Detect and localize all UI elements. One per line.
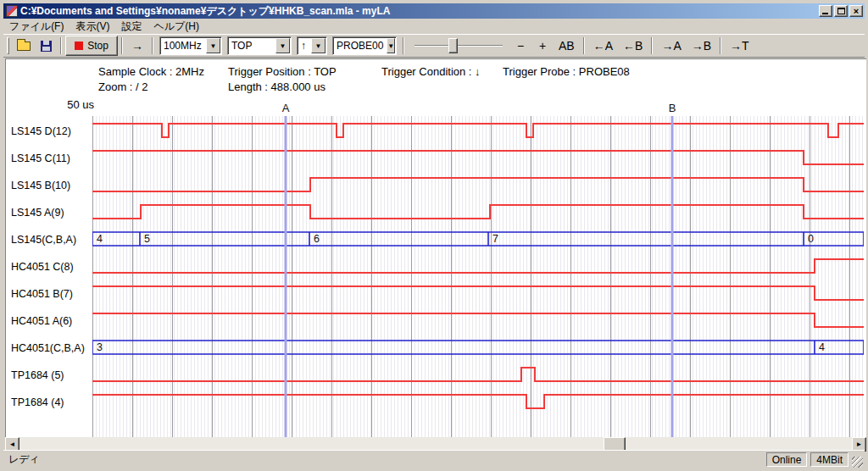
digital-trace xyxy=(92,368,864,381)
channel-label: LS145(C,B,A) xyxy=(11,234,76,246)
window-controls: × xyxy=(819,5,863,17)
stop-button[interactable]: Stop xyxy=(65,36,118,56)
zoom-info: Zoom : / 2 xyxy=(98,80,148,93)
zoom-slider-thumb[interactable] xyxy=(448,38,458,53)
digital-trace xyxy=(92,395,864,408)
channel-label: HC4051 C(8) xyxy=(11,261,74,273)
bus-value: 6 xyxy=(314,233,320,245)
toolbar-grip xyxy=(7,37,9,54)
channel-label: HC4051(C,B,A) xyxy=(11,342,85,354)
waveform-svg: 4567034AB xyxy=(92,97,864,437)
channel-label: LS145 C(11) xyxy=(11,152,70,164)
menu-view[interactable]: 表示(V) xyxy=(70,19,115,35)
goto-trigger-button[interactable]: →T xyxy=(725,36,754,56)
digital-trace xyxy=(92,259,864,273)
toolbar-separator xyxy=(60,37,62,54)
window-title: C:¥Documents and Settings¥noname¥デスクトップ¥… xyxy=(20,4,819,19)
menu-help[interactable]: ヘルプ(H) xyxy=(147,19,205,35)
channel-label: TP1684 (5) xyxy=(11,369,64,381)
chevron-down-icon[interactable]: ▼ xyxy=(311,38,326,53)
channel-label: LS145 B(10) xyxy=(11,180,70,191)
channel-label: HC4051 B(7) xyxy=(11,288,73,300)
digital-trace xyxy=(92,313,864,327)
digital-trace xyxy=(92,178,864,191)
maximize-icon xyxy=(837,8,845,14)
bus-value: 0 xyxy=(808,233,814,245)
length-info: Length : 488.000 us xyxy=(228,80,326,93)
status-ready-text: レディ xyxy=(3,452,766,467)
toolbar-separator xyxy=(720,37,721,54)
title-bar: C:¥Documents and Settings¥noname¥デスクトップ¥… xyxy=(3,3,865,19)
toolbar: Stop → 100MHz ▼ TOP ▼ ↑ ▼ PROBE00 ▼ − + … xyxy=(3,34,865,58)
save-file-button[interactable] xyxy=(35,36,57,56)
zoom-out-button[interactable]: − xyxy=(509,36,531,56)
toolbar-separator xyxy=(583,37,585,54)
run-button[interactable]: → xyxy=(126,36,148,56)
bus-value: 3 xyxy=(97,341,103,353)
trigger-position-combo[interactable]: TOP ▼ xyxy=(227,36,292,55)
chevron-down-icon[interactable]: ▼ xyxy=(387,38,395,53)
minimize-icon xyxy=(822,13,828,14)
stop-label: Stop xyxy=(87,40,108,52)
close-icon: × xyxy=(854,6,859,16)
status-online-badge: Online xyxy=(766,452,808,467)
zoom-in-button[interactable]: + xyxy=(531,36,554,56)
channel-label: LS145 D(12) xyxy=(11,125,71,137)
move-b-right-button[interactable]: →B xyxy=(687,36,716,56)
menu-file[interactable]: ファイル(F) xyxy=(3,19,70,35)
chevron-down-icon[interactable]: ▼ xyxy=(275,38,290,53)
move-b-left-button[interactable]: ←B xyxy=(618,36,648,56)
save-floppy-icon xyxy=(41,41,52,52)
app-icon xyxy=(6,5,18,17)
maximize-button[interactable] xyxy=(834,5,848,17)
toolbar-separator xyxy=(152,37,153,54)
channel-label: LS145 A(9) xyxy=(11,207,64,219)
stop-icon xyxy=(75,42,83,50)
toolbar-separator xyxy=(121,37,123,54)
status-memory-badge: 4MBit xyxy=(810,452,849,467)
move-a-right-button[interactable]: →A xyxy=(656,36,686,56)
sample-clock-combo[interactable]: 100MHz ▼ xyxy=(159,36,222,55)
bus-value: 4 xyxy=(97,233,103,245)
sample-clock-value: 100MHz xyxy=(160,40,206,52)
waveform-plot[interactable]: 4567034AB xyxy=(92,97,864,437)
digital-trace xyxy=(92,286,864,300)
channel-label: TP1684 (4) xyxy=(11,396,64,408)
sample-clock-info: Sample Clock : 2MHz xyxy=(98,65,204,78)
run-arrow-icon: → xyxy=(131,39,143,53)
open-file-button[interactable] xyxy=(13,36,35,56)
minimize-button[interactable] xyxy=(819,5,832,17)
digital-trace xyxy=(92,151,864,164)
trigger-condition-info: Trigger Condition : ↓ xyxy=(381,65,481,78)
open-folder-icon xyxy=(17,42,31,51)
zoom-slider-track xyxy=(415,45,503,47)
menu-settings[interactable]: 設定 xyxy=(115,19,147,35)
cursor-a-label: A xyxy=(282,102,290,114)
toolbar-separator xyxy=(651,37,653,54)
probe-combo[interactable]: PROBE00 ▼ xyxy=(332,36,397,55)
chevron-down-icon[interactable]: ▼ xyxy=(206,38,220,53)
cursor-b-label: B xyxy=(669,102,676,114)
probe-value: PROBE00 xyxy=(333,40,387,52)
channel-label-column: LS145 D(12)LS145 C(11)LS145 B(10)LS145 A… xyxy=(11,97,92,437)
bus-value: 7 xyxy=(492,233,498,245)
close-button[interactable]: × xyxy=(849,5,863,17)
trigger-edge-value: ↑ xyxy=(298,40,311,52)
digital-trace xyxy=(92,205,864,219)
bus-value: 5 xyxy=(144,233,150,245)
toolbar-separator xyxy=(403,37,404,54)
trigger-position-info: Trigger Position : TOP xyxy=(228,65,337,78)
trigger-edge-combo[interactable]: ↑ ▼ xyxy=(297,36,327,55)
resize-grip[interactable] xyxy=(852,457,863,468)
digital-trace xyxy=(92,124,864,137)
menu-bar: ファイル(F) 表示(V) 設定 ヘルプ(H) xyxy=(3,19,865,34)
zoom-slider[interactable] xyxy=(415,37,503,54)
ab-span-button[interactable]: AB xyxy=(554,36,580,56)
client-area: Sample Clock : 2MHz Trigger Position : T… xyxy=(5,58,866,437)
trigger-probe-info: Trigger Probe : PROBE08 xyxy=(503,65,630,78)
bus-value: 4 xyxy=(819,341,825,353)
app-window: C:¥Documents and Settings¥noname¥デスクトップ¥… xyxy=(0,0,868,471)
trigger-position-value: TOP xyxy=(228,40,275,52)
channel-label: HC4051 A(6) xyxy=(11,315,72,327)
move-a-left-button[interactable]: ←A xyxy=(588,36,618,56)
